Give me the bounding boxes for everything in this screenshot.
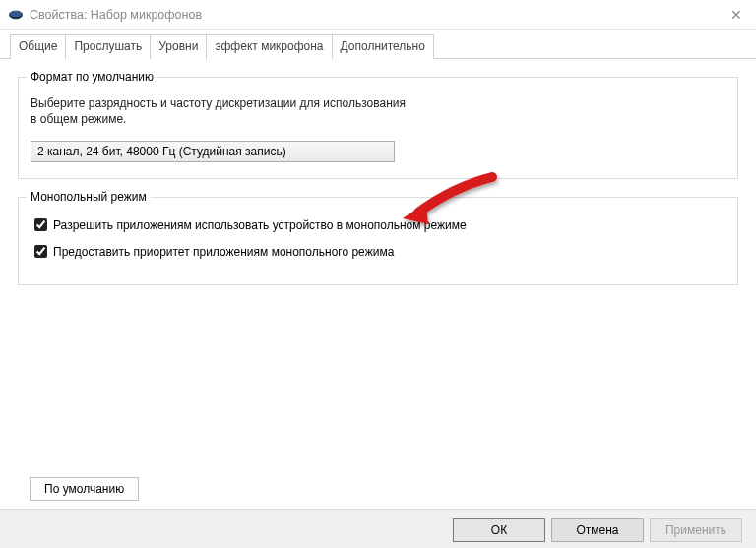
window-title: Свойства: Набор микрофонов — [30, 8, 724, 22]
ok-button[interactable]: ОК — [453, 518, 545, 542]
group-default-format: Формат по умолчанию Выберите разрядность… — [18, 77, 738, 179]
group-exclusive-mode: Монопольный режим Разрешить приложениям … — [18, 197, 738, 285]
tab-content-advanced: Формат по умолчанию Выберите разрядность… — [0, 59, 756, 509]
cancel-button[interactable]: Отмена — [551, 518, 644, 542]
titlebar: Свойства: Набор микрофонов ✕ — [0, 0, 756, 30]
checkbox-allow-exclusive-input[interactable] — [34, 218, 47, 231]
svg-point-1 — [10, 10, 22, 16]
dialog-footer: ОК Отмена Применить — [0, 509, 756, 548]
microphone-icon — [8, 7, 24, 23]
checkbox-exclusive-priority-label: Предоставить приоритет приложениям моноп… — [53, 245, 394, 259]
tab-general[interactable]: Общие — [10, 34, 66, 59]
default-format-selected: 2 канал, 24 бит, 48000 Гц (Студийная зап… — [37, 145, 286, 158]
tab-advanced[interactable]: Дополнительно — [332, 34, 434, 59]
desc-line-2: в общем режиме. — [31, 112, 126, 126]
apply-button[interactable]: Применить — [650, 518, 742, 542]
default-format-description: Выберите разрядность и частоту дискретиз… — [31, 95, 725, 127]
tab-listen[interactable]: Прослушать — [65, 34, 151, 59]
checkbox-exclusive-priority[interactable]: Предоставить приоритет приложениям моноп… — [31, 242, 725, 261]
tab-strip: Общие Прослушать Уровни эффект микрофона… — [0, 30, 756, 59]
tab-levels[interactable]: Уровни — [150, 34, 207, 59]
group-exclusive-mode-legend: Монопольный режим — [27, 190, 151, 204]
group-default-format-legend: Формат по умолчанию — [27, 70, 158, 84]
checkbox-exclusive-priority-input[interactable] — [34, 245, 47, 258]
tab-effect[interactable]: эффект микрофона — [206, 34, 332, 59]
checkbox-allow-exclusive-label: Разрешить приложениям использовать устро… — [53, 218, 467, 232]
desc-line-1: Выберите разрядность и частоту дискретиз… — [31, 96, 406, 110]
close-icon[interactable]: ✕ — [724, 5, 748, 25]
restore-defaults-button[interactable]: По умолчанию — [30, 477, 139, 501]
checkbox-allow-exclusive[interactable]: Разрешить приложениям использовать устро… — [31, 215, 725, 234]
default-format-combobox[interactable]: 2 канал, 24 бит, 48000 Гц (Студийная зап… — [31, 141, 395, 162]
